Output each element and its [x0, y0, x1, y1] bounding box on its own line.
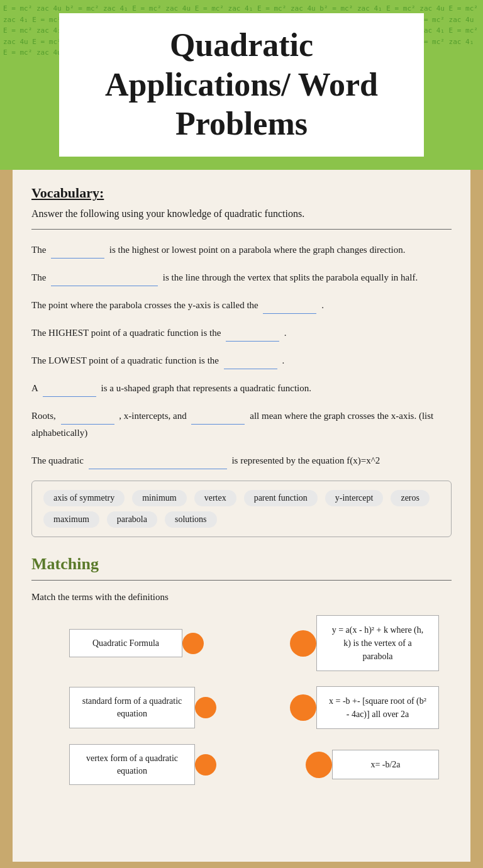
blank-4[interactable]: [226, 324, 279, 342]
matching-title: Matching: [31, 555, 452, 574]
sentence-5: The LOWEST point of a quadratic function…: [31, 352, 452, 369]
pair-2-left-group: standard form of a quadratic equation: [69, 687, 216, 728]
sentence-6: A is a u-shaped graph that represents a …: [31, 379, 452, 397]
main-content: Vocabulary: Answer the following using y…: [13, 170, 470, 862]
word-solutions: solutions: [165, 511, 217, 528]
s6-after: is a u-shaped graph that represents a qu…: [101, 383, 311, 393]
s8-after: is represented by the equation f(x)=x^2: [231, 455, 380, 465]
s1-after: is the highest or lowest point on a para…: [109, 245, 406, 255]
vocabulary-title: Vocabulary:: [31, 185, 452, 201]
s5-after: .: [282, 355, 284, 365]
blank-8[interactable]: [89, 452, 227, 469]
pair-2-left-box: standard form of a quadratic equation: [69, 687, 195, 728]
sentence-7: Roots, , x-intercepts, and all mean wher…: [31, 407, 452, 442]
sentence-2: The is the line through the vertex that …: [31, 269, 452, 286]
blank-1[interactable]: [51, 241, 104, 259]
word-bank: axis of symmetry minimum vertex parent f…: [31, 481, 452, 537]
s2-before: The: [31, 272, 46, 282]
pair-3-right-circle[interactable]: [306, 752, 332, 778]
pair-1-left-group: Quadratic Formula: [69, 629, 204, 658]
s3-full: The point where the parabola crosses the…: [31, 300, 258, 310]
word-y-intercept: y-intercept: [325, 490, 384, 506]
blank-3[interactable]: [263, 296, 316, 314]
pair-2-right-box: x = -b +- [square root of (b² - 4ac)] al…: [316, 686, 439, 729]
pair-1-right-circle[interactable]: [290, 630, 316, 657]
word-minimum: minimum: [132, 490, 186, 506]
matching-pair-2: standard form of a quadratic equation x …: [38, 686, 445, 729]
matching-pairs-container: Quadratic Formula y = a(x - h)² + k wher…: [31, 615, 452, 785]
word-parent-function: parent function: [244, 490, 318, 506]
pair-3-left-circle[interactable]: [195, 754, 216, 776]
matching-pair-3: vertex form of a quadratic equation x= -…: [38, 744, 445, 785]
s4-before: The HIGHEST point of a quadratic functio…: [31, 328, 221, 338]
sentence-1: The is the highest or lowest point on a …: [31, 241, 452, 259]
pair-3-right-box: x= -b/2a: [332, 750, 439, 779]
s5-before: The LOWEST point of a quadratic function…: [31, 355, 219, 365]
pair-2-right-label: x = -b +- [square root of (b² - 4ac)] al…: [329, 696, 426, 719]
s8-before: The quadratic: [31, 455, 84, 465]
s2-after: is the line through the vertex that spli…: [163, 272, 418, 282]
s6-before: A: [31, 383, 38, 393]
pair-1-left-circle[interactable]: [182, 633, 204, 654]
sentence-4: The HIGHEST point of a quadratic functio…: [31, 324, 452, 342]
pair-3-left-box: vertex form of a quadratic equation: [69, 744, 195, 785]
pair-2-right-circle[interactable]: [290, 694, 316, 721]
matching-section: Matching Match the terms with the defini…: [31, 555, 452, 785]
blank-6[interactable]: [43, 379, 96, 397]
pair-1-right-box: y = a(x - h)² + k where (h, k) is the ve…: [316, 615, 439, 671]
s7-middle: , x-intercepts, and: [119, 411, 186, 421]
pair-2-right-group: x = -b +- [square root of (b² - 4ac)] al…: [290, 686, 439, 729]
blank-2[interactable]: [51, 269, 158, 286]
pair-3-left-label: vertex form of a quadratic equation: [86, 754, 178, 776]
bottom-area: [0, 862, 483, 868]
pair-1-right-group: y = a(x - h)² + k where (h, k) is the ve…: [290, 615, 439, 671]
blank-7b[interactable]: [191, 407, 245, 425]
vocabulary-section: Vocabulary: Answer the following using y…: [31, 185, 452, 537]
pair-2-left-circle[interactable]: [195, 697, 216, 718]
sentence-3: The point where the parabola crosses the…: [31, 296, 452, 314]
blank-7a[interactable]: [61, 407, 114, 425]
matching-divider: [31, 580, 452, 581]
header-title-box: Quadratic Applications/ Word Problems: [59, 13, 424, 156]
pair-1-left-box: Quadratic Formula: [69, 629, 182, 658]
header-background: Quadratic Applications/ Word Problems: [0, 0, 483, 170]
section-divider: [31, 229, 452, 230]
blank-5[interactable]: [224, 352, 277, 369]
word-parabola: parabola: [107, 511, 157, 528]
sentence-8: The quadratic is represented by the equa…: [31, 452, 452, 469]
pair-1-left-label: Quadratic Formula: [92, 638, 159, 648]
page-title: Quadratic Applications/ Word Problems: [84, 26, 399, 143]
word-zeros: zeros: [391, 490, 430, 506]
vocabulary-instructions: Answer the following using your knowledg…: [31, 206, 452, 221]
pair-2-left-label: standard form of a quadratic equation: [82, 696, 182, 718]
pair-3-left-group: vertex form of a quadratic equation: [69, 744, 216, 785]
matching-instructions: Match the terms with the definitions: [31, 592, 452, 603]
word-vertex: vertex: [194, 490, 236, 506]
pair-3-right-group: x= -b/2a: [306, 750, 439, 779]
s3-end: .: [321, 300, 324, 310]
s1-before: The: [31, 245, 46, 255]
word-axis-of-symmetry: axis of symmetry: [43, 490, 125, 506]
s4-after: .: [284, 328, 287, 338]
pair-1-right-label: y = a(x - h)² + k where (h, k) is the ve…: [332, 625, 424, 661]
s7-before: Roots,: [31, 411, 56, 421]
pair-3-right-label: x= -b/2a: [370, 760, 400, 769]
matching-pair-1: Quadratic Formula y = a(x - h)² + k wher…: [38, 615, 445, 671]
word-maximum: maximum: [43, 511, 99, 528]
